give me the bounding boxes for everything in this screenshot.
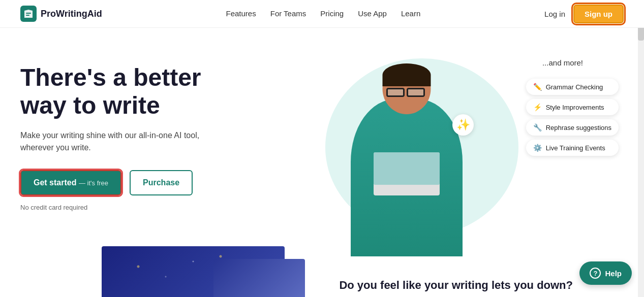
nav-item-learn[interactable]: Learn	[401, 9, 420, 18]
badge-rephrase: 🔧 Rephrase suggestions	[526, 119, 619, 136]
bottom-question: Do you feel like your writing lets you d…	[339, 279, 573, 292]
signup-button[interactable]: Sign up	[573, 5, 624, 23]
badge-training-label: Live Training Events	[546, 144, 605, 152]
hero-title-line1: There's a better	[20, 64, 201, 91]
help-icon: ?	[590, 268, 601, 279]
scrollbar[interactable]	[638, 0, 644, 297]
hero-subtitle: Make your writing shine with our all-in-…	[20, 129, 285, 154]
login-link[interactable]: Log in	[544, 10, 565, 18]
second-image	[213, 259, 305, 297]
nav-link-pricing[interactable]: Pricing	[320, 9, 344, 18]
bottom-text-area: Do you feel like your writing lets you d…	[339, 279, 573, 297]
hero-title-line2: way to write	[20, 92, 160, 119]
badge-rephrase-label: Rephrase suggestions	[546, 124, 611, 131]
person-hair	[383, 63, 431, 86]
nav-item-pricing[interactable]: Pricing	[320, 9, 344, 18]
logo[interactable]: ProWritingAid	[20, 6, 102, 22]
get-started-label: Get started	[34, 178, 76, 187]
badge-style: ⚡ Style Improvements	[526, 99, 619, 115]
style-icon: ⚡	[533, 103, 542, 111]
nav-link-use-app[interactable]: Use App	[358, 9, 387, 18]
get-started-button[interactable]: Get started — it's free	[20, 170, 121, 195]
svg-rect-2	[26, 15, 29, 16]
help-label: Help	[605, 269, 622, 278]
laptop-screen	[374, 152, 440, 195]
rephrase-icon: 🔧	[533, 123, 542, 131]
help-icon-text: ?	[594, 270, 598, 277]
purchase-button[interactable]: Purchase	[130, 170, 193, 195]
free-label: — it's free	[79, 179, 108, 187]
hero-title: There's a better way to write	[20, 63, 285, 119]
svg-rect-1	[26, 13, 31, 14]
person-glasses	[386, 88, 427, 98]
hero-section: There's a better way to write Make your …	[0, 28, 644, 297]
navbar: ProWritingAid Features For Teams Pricing…	[0, 0, 644, 28]
logo-text: ProWritingAid	[41, 9, 102, 19]
hero-buttons: Get started — it's free Purchase	[20, 170, 285, 195]
nav-link-for-teams[interactable]: For Teams	[270, 9, 306, 18]
feature-badges: ✏️ Grammar Checking ⚡ Style Improvements…	[526, 79, 619, 156]
badge-style-label: Style Improvements	[546, 104, 604, 111]
and-more-text: ...and more!	[542, 58, 583, 67]
training-icon: ⚙️	[533, 144, 542, 152]
nav-link-learn[interactable]: Learn	[401, 9, 420, 18]
nav-link-features[interactable]: Features	[226, 9, 256, 18]
person-illustration	[335, 63, 478, 256]
badge-training: ⚙️ Live Training Events	[526, 140, 619, 156]
nav-links: Features For Teams Pricing Use App Learn	[226, 9, 421, 18]
nav-actions: Log in Sign up	[544, 5, 624, 23]
badge-grammar: ✏️ Grammar Checking	[526, 79, 619, 95]
nav-item-for-teams[interactable]: For Teams	[270, 9, 306, 18]
sparkle-badge: ✨	[452, 114, 474, 136]
logo-icon	[20, 6, 37, 22]
hero-left: There's a better way to write Make your …	[20, 53, 285, 211]
nav-item-features[interactable]: Features	[226, 9, 256, 18]
no-credit-text: No credit card required	[20, 204, 285, 211]
hero-right: ✨ ...and more! ✏️ Grammar Checking ⚡ Sty…	[295, 53, 624, 267]
nav-item-use-app[interactable]: Use App	[358, 9, 387, 18]
badge-grammar-label: Grammar Checking	[546, 83, 603, 91]
grammar-icon: ✏️	[533, 83, 542, 91]
help-button[interactable]: ? Help	[579, 261, 632, 285]
